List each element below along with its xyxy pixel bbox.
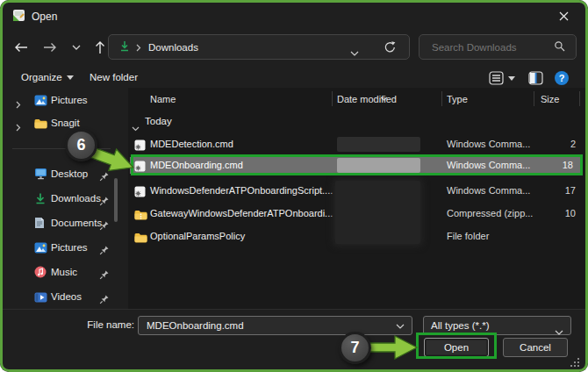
file-size: 18	[563, 160, 573, 170]
column-separator[interactable]	[441, 91, 442, 106]
redacted-date	[337, 137, 420, 152]
refresh-icon[interactable]	[384, 40, 397, 57]
cmd-file-icon	[134, 185, 146, 201]
sidebar-item-downloads[interactable]: Downloads	[5, 190, 126, 209]
forward-icon[interactable]	[38, 35, 62, 60]
organize-button[interactable]: Organize	[16, 71, 79, 83]
file-name-combobox[interactable]	[138, 316, 412, 335]
desktop-icon	[34, 168, 47, 183]
preview-pane-button[interactable]	[523, 70, 549, 86]
column-header-date-modified[interactable]: Date modified	[337, 94, 397, 104]
videos-icon	[34, 290, 47, 306]
file-name: MDEDetection.cmd	[150, 139, 233, 149]
file-name: WindowsDefenderATPOnboardingScript....	[150, 185, 333, 196]
annotation-step-6: 6	[65, 129, 97, 161]
sidebar-item-desktop[interactable]: Desktop	[5, 165, 126, 184]
table-row[interactable]: MDEDetection.cmd Windows Comma... 2	[128, 136, 584, 153]
file-type: Windows Comma...	[447, 160, 530, 170]
sidebar-item-pictures[interactable]: Pictures	[5, 239, 126, 258]
cancel-button[interactable]: Cancel	[503, 338, 568, 357]
sidebar-scrollbar[interactable]	[114, 178, 118, 222]
redacted-date-block	[335, 181, 420, 244]
redacted-date	[337, 158, 420, 173]
chevron-right-icon[interactable]	[16, 97, 21, 112]
help-button[interactable]: ?	[549, 70, 574, 86]
column-separator[interactable]	[579, 91, 580, 106]
sidebar-item-label: Videos	[51, 291, 82, 302]
chevron-down-icon[interactable]	[132, 119, 140, 135]
close-icon[interactable]	[549, 4, 578, 27]
views-button[interactable]	[484, 70, 520, 86]
sidebar-item-label: Desktop	[51, 168, 88, 179]
chevron-down-icon[interactable]	[396, 318, 405, 333]
folder-icon	[34, 117, 47, 132]
folder-icon	[134, 231, 147, 247]
music-icon	[34, 266, 47, 282]
file-list: Name Date modified Type Size Today MDEDe…	[128, 88, 585, 309]
sidebar-item-videos[interactable]: Videos	[5, 288, 126, 307]
pin-icon	[99, 268, 110, 283]
preview-pane-icon	[528, 71, 543, 85]
new-folder-button[interactable]: New folder	[84, 71, 143, 83]
documents-icon	[34, 217, 45, 232]
file-name: OptionalParamsPolicy	[150, 231, 245, 241]
column-header-size[interactable]: Size	[541, 94, 559, 104]
resize-grip[interactable]	[570, 355, 580, 371]
details-view-icon	[489, 71, 504, 85]
sidebar-item-music[interactable]: Music	[5, 263, 126, 283]
file-type-value: All types (*.*)	[431, 320, 489, 331]
window-title: Open	[32, 11, 57, 23]
search-icon[interactable]	[554, 39, 565, 55]
file-size: 2	[570, 139, 576, 149]
back-icon[interactable]	[9, 35, 33, 60]
app-icon	[12, 9, 25, 25]
views-caret-icon	[508, 76, 515, 81]
file-size: 10	[565, 208, 576, 218]
file-type: Windows Comma...	[447, 139, 530, 149]
title-bar: Open	[3, 3, 585, 29]
file-name-input[interactable]	[145, 319, 396, 332]
open-button[interactable]: Open	[424, 338, 489, 357]
sidebar-item-label: Downloads	[51, 193, 101, 204]
sidebar-item-pictures-tree[interactable]: Pictures	[5, 91, 126, 111]
file-name-label: File name:	[83, 319, 134, 330]
new-folder-label: New folder	[90, 72, 138, 82]
zip-folder-icon	[134, 208, 147, 224]
search-input[interactable]	[430, 41, 554, 54]
chevron-right-icon[interactable]	[16, 119, 21, 135]
column-separator[interactable]	[534, 91, 534, 106]
recent-locations-chevron-icon[interactable]	[64, 35, 89, 60]
column-header-name[interactable]: Name	[150, 94, 176, 104]
column-header-type[interactable]: Type	[447, 94, 468, 104]
dialog-footer: File name: All types (*.*) Open Cancel	[3, 309, 585, 370]
help-icon: ?	[555, 71, 569, 85]
breadcrumb[interactable]: Downloads	[148, 42, 198, 53]
cmd-file-icon	[134, 160, 146, 175]
group-label: Today	[145, 116, 172, 126]
sidebar-item-label: Documents	[51, 218, 102, 228]
search-box	[419, 34, 577, 60]
organize-label: Organize	[21, 72, 62, 82]
downloads-icon	[34, 192, 47, 208]
file-size: 17	[565, 185, 576, 196]
sidebar-item-label: Pictures	[51, 95, 88, 105]
sidebar-item-snagit-tree[interactable]: Snagit	[5, 114, 126, 133]
pictures-icon	[34, 241, 47, 257]
annotation-step-7: 7	[339, 332, 371, 364]
table-row-selected[interactable]: MDEOnboarding.cmd Windows Comma... 18	[130, 157, 582, 174]
sidebar: Pictures Snagit Desktop Downloads Docume…	[5, 89, 126, 309]
pictures-icon	[34, 94, 47, 110]
file-type: Compressed (zipp...	[447, 208, 533, 218]
downloads-icon	[119, 39, 130, 55]
sidebar-item-label: Snagit	[51, 118, 80, 128]
address-dropdown-chevron-icon[interactable]	[350, 45, 359, 61]
file-name: GatewayWindowsDefenderATPOnboardi...	[150, 208, 333, 218]
file-type-select[interactable]: All types (*.*)	[423, 316, 571, 335]
address-bar[interactable]: Downloads	[108, 34, 410, 60]
pin-icon	[99, 243, 110, 259]
sidebar-item-label: Pictures	[51, 242, 88, 253]
column-separator[interactable]	[332, 91, 333, 106]
file-type: Windows Comma...	[447, 185, 530, 196]
sidebar-item-documents[interactable]: Documents	[5, 214, 126, 233]
pin-icon	[99, 218, 110, 234]
